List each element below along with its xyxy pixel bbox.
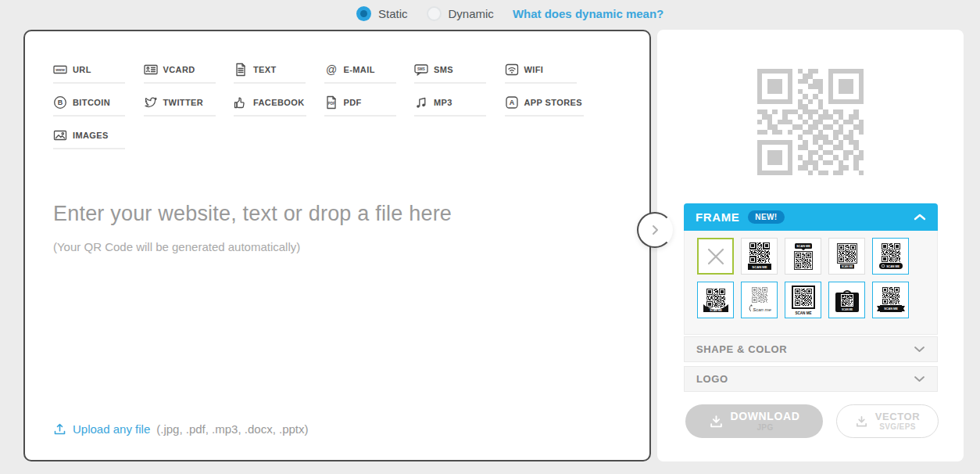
bitcoin-icon: B [53, 95, 67, 110]
frame-option-handwritten[interactable]: Scan me [741, 282, 778, 318]
scan-me-plate: SCAN ME [840, 264, 854, 269]
email-icon: @ [324, 63, 338, 77]
scan-me-ribbon: SCAN ME [877, 305, 905, 313]
svg-text:SMS: SMS [417, 67, 425, 71]
dynamic-radio[interactable] [427, 6, 442, 21]
scan-me-band: SCAN ME [748, 264, 771, 270]
vector-format: SVG/EPS [879, 422, 916, 431]
svg-text:SCAN ME: SCAN ME [886, 264, 900, 268]
close-icon [706, 246, 726, 267]
svg-text:Scan me: Scan me [753, 307, 771, 312]
svg-text:SCAN ME: SCAN ME [842, 308, 853, 311]
what-does-dynamic-mean-link[interactable]: What does dynamic mean? [513, 7, 663, 20]
download-vector-button[interactable]: VECTOR SVG/EPS [836, 404, 939, 438]
type-tab-email[interactable]: @ E-MAIL [324, 63, 396, 84]
type-tab-sms[interactable]: SMS SMS [414, 63, 486, 84]
svg-text:SCAN ME: SCAN ME [795, 311, 811, 315]
static-radio[interactable] [356, 6, 371, 21]
type-tab-app-stores[interactable]: A APP STORES [505, 95, 585, 117]
shape-color-label: SHAPE & COLOR [696, 343, 787, 355]
frame-option-envelope[interactable]: SCAN ME [697, 282, 734, 318]
preview-sidebar: FRAME NEW! SCAN ME SCAN ME [657, 30, 964, 461]
new-badge: NEW! [748, 210, 784, 224]
type-tab-text[interactable]: TEXT [234, 63, 306, 84]
shape-color-accordion[interactable]: SHAPE & COLOR [684, 336, 938, 362]
type-tab-wifi[interactable]: WIFI [505, 63, 577, 84]
type-tab-vcard[interactable]: VCARD [144, 63, 216, 84]
svg-text:SCAN ME: SCAN ME [710, 308, 722, 311]
upload-any-file-link[interactable]: Upload any file [73, 422, 150, 436]
svg-text:B: B [58, 99, 63, 106]
type-tab-url[interactable]: www URL [53, 63, 125, 84]
input-placeholder-subtitle: (Your QR Code will be generated automati… [53, 240, 522, 253]
content-input[interactable]: Enter your website, text or drop a file … [53, 202, 522, 253]
text-icon [234, 63, 248, 77]
vcard-icon [144, 63, 158, 77]
image-icon [53, 128, 67, 142]
upload-formats-text: (.jpg, .pdf, .mp3, .docx, .pptx) [156, 422, 308, 436]
upload-icon [53, 422, 66, 436]
sms-icon: SMS [414, 63, 428, 77]
chevron-up-icon [914, 214, 926, 221]
pdf-icon: PDF [324, 95, 338, 110]
input-placeholder-title: Enter your website, text or drop a file … [53, 202, 522, 226]
type-tab-twitter[interactable]: TWITTER [144, 95, 216, 117]
frame-option-bubble-top[interactable]: SCAN ME [785, 238, 821, 275]
download-icon [855, 415, 868, 428]
frame-option-banner-bottom[interactable]: SCAN ME [741, 238, 778, 275]
download-label: DOWNLOAD [731, 411, 800, 422]
vector-label: VECTOR [875, 411, 921, 422]
dynamic-mode-option[interactable]: Dynamic [427, 6, 494, 21]
frame-option-button-bottom[interactable]: SCAN ME [872, 238, 909, 275]
frame-option-border-label[interactable]: SCAN ME [785, 282, 821, 318]
dynamic-label: Dynamic [449, 7, 494, 20]
frame-option-none[interactable] [697, 238, 734, 275]
scan-me-caption: SCAN ME [792, 310, 815, 315]
svg-text:A: A [509, 99, 514, 106]
frame-option-shopping-bag[interactable]: SCAN ME [828, 282, 865, 318]
type-tab-images[interactable]: IMAGES [53, 128, 125, 149]
type-tab-pdf[interactable]: PDF PDF [324, 95, 396, 117]
upload-row: Upload any file (.jpg, .pdf, .mp3, .docx… [53, 422, 309, 436]
download-format: JPG [756, 423, 773, 432]
collapse-panel-button[interactable] [637, 212, 673, 248]
chevron-down-icon [914, 346, 925, 353]
logo-accordion[interactable]: LOGO [684, 366, 938, 392]
twitter-icon [144, 95, 158, 110]
svg-text:SCAN ME: SCAN ME [884, 307, 898, 311]
chevron-down-icon [914, 375, 925, 382]
logo-label: LOGO [696, 373, 728, 385]
generator-panel: www URL VCARD TEXT @ E-MAIL [23, 30, 651, 461]
app-store-icon: A [505, 95, 519, 110]
svg-text:www: www [55, 67, 65, 72]
chevron-right-icon [647, 222, 663, 238]
type-tab-mp3[interactable]: MP3 [414, 95, 486, 117]
music-note-icon [414, 95, 428, 110]
frame-option-board-bottom[interactable]: SCAN ME [828, 238, 865, 275]
thumbs-up-icon [234, 95, 248, 110]
frame-option-ribbon[interactable]: SCAN ME [872, 282, 909, 318]
svg-text:SCAN ME: SCAN ME [841, 265, 853, 268]
type-tab-bitcoin[interactable]: B BITCOIN [53, 95, 125, 117]
wifi-icon [505, 63, 519, 77]
mode-toggle-bar: Static Dynamic What does dynamic mean? [356, 6, 663, 21]
frame-accordion-header[interactable]: FRAME NEW! [684, 203, 938, 231]
qr-type-grid: www URL VCARD TEXT @ E-MAIL [53, 63, 595, 161]
static-label: Static [378, 7, 408, 20]
svg-text:@: @ [325, 63, 336, 76]
svg-text:SCAN ME: SCAN ME [796, 245, 810, 248]
frame-options: SCAN ME SCAN ME SCAN ME SCAN ME [684, 231, 938, 335]
scan-me-envelope: SCAN ME [703, 304, 728, 312]
static-mode-option[interactable]: Static [356, 6, 408, 21]
download-icon [709, 415, 724, 429]
svg-text:PDF: PDF [327, 102, 334, 106]
download-jpg-button[interactable]: DOWNLOAD JPG [685, 404, 823, 438]
handwritten-scan-me: Scan me [747, 303, 772, 314]
scan-me-bubble: SCAN ME [795, 243, 812, 250]
svg-text:SCAN ME: SCAN ME [752, 265, 767, 269]
scan-me-button: SCAN ME [879, 263, 903, 270]
type-tab-facebook[interactable]: FACEBOOK [234, 95, 306, 117]
www-icon: www [53, 63, 67, 77]
frame-title: FRAME [696, 210, 739, 224]
qr-code-preview [757, 69, 864, 175]
